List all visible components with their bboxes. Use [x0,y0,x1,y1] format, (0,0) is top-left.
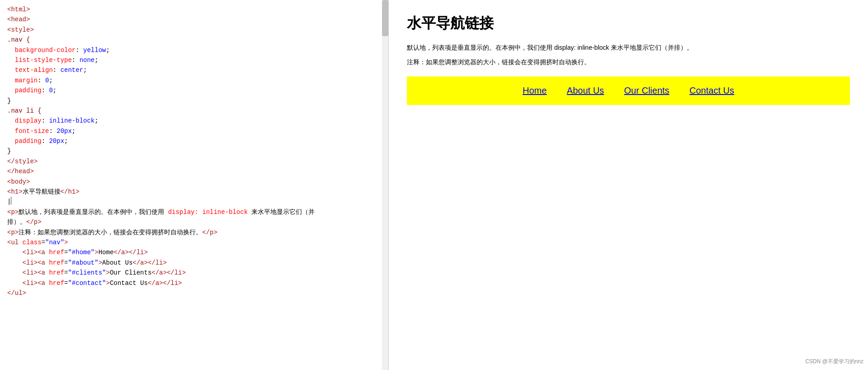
preview-title: 水平导航链接 [407,14,850,33]
list-item: About Us [558,76,613,105]
nav-demo: Home About Us Our Clients Contact Us [407,76,850,105]
code-line: <li><a href="#contact">Contact Us</a></l… [7,278,374,288]
nav-link-clients[interactable]: Our Clients [624,85,670,95]
code-line: .nav li { [7,106,374,116]
code-line: <ul class="nav"> [7,237,374,247]
code-line: padding: 20px; [7,136,374,146]
scrollbar-track [382,0,388,370]
code-line: list-style-type: none; [7,55,374,65]
nav-link-about[interactable]: About Us [567,85,604,95]
scrollbar-thumb[interactable] [382,0,388,36]
code-line: <li><a href="#about">About Us</a></li> [7,258,374,268]
watermark: CSDN @不爱学习的nnz [805,358,863,365]
code-line: padding: 0; [7,85,374,95]
code-line: <p>默认地，列表项是垂直显示的。在本例中，我们使用 display: inli… [7,207,374,217]
code-line: .nav { [7,35,374,45]
nav-link-home[interactable]: Home [523,85,547,95]
code-line: <p>注释：如果您调整浏览器的大小，链接会在变得拥挤时自动换行。</p> [7,228,374,237]
code-editor[interactable]: <html><head><style>.nav { background-col… [0,0,389,370]
code-line: font-size: 20px; [7,126,374,136]
preview-para1: 默认地，列表项是垂直显示的。在本例中，我们使用 display: inline-… [407,43,850,52]
preview-para2: 注释：如果您调整浏览器的大小，链接会在变得拥挤时自动换行。 [407,57,850,67]
list-item: Home [514,76,556,105]
code-line: 排）。</p> [7,217,374,227]
code-line: } [7,96,374,106]
preview-pane: 水平导航链接 默认地，列表项是垂直显示的。在本例中，我们使用 display: … [389,0,868,370]
code-line: margin: 0; [7,76,374,85]
code-line: | [7,197,374,207]
code-line: <style> [7,25,374,35]
nav-link-contact[interactable]: Contact Us [689,85,734,95]
code-line: text-align: center; [7,65,374,75]
code-line: } [7,146,374,156]
list-item: Our Clients [615,76,679,105]
code-line: <body> [7,177,374,187]
code-line: </head> [7,166,374,176]
code-line: display: inline-block; [7,116,374,126]
code-line: <li><a href="#clients">Our Clients</a></… [7,268,374,278]
code-line: </ul> [7,288,374,298]
code-line: <html> [7,5,374,14]
code-line: background-color: yellow; [7,45,374,55]
code-line: <h1>水平导航链接</h1> [7,187,374,197]
code-line: <li><a href="#home">Home</a></li> [7,247,374,257]
code-line: </style> [7,157,374,166]
list-item: Contact Us [680,76,743,105]
code-line: <head> [7,14,374,24]
